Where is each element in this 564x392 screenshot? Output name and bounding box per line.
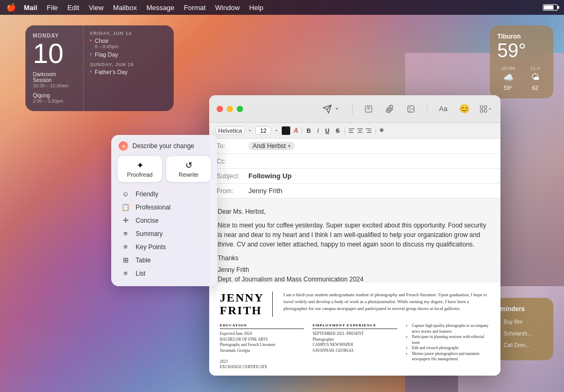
calendar-event-2-title: Qigong [33,93,76,98]
calendar-section-sunday-label: SUNDAY, JUN 16 [90,62,167,67]
resume-education-content: Expected June 2024 BACHELOR OF FINE ARTS… [220,331,304,370]
menubar-items: Mail File Edit View Mailbox Message Form… [24,4,263,12]
recipient-name: Andi Herbst [253,142,286,150]
resume-employment-col: EMPLOYMENT EXPERIENCE SEPTEMBER 2021–PRE… [312,323,397,370]
proofread-button[interactable]: ✦ Proofread [118,156,162,182]
svg-rect-7 [480,106,483,108]
ai-menu-concise[interactable]: ✛ Concise [118,214,211,227]
photo-button[interactable] [404,102,418,116]
more-format-btn[interactable]: ✱ [379,127,384,134]
strikethrough-btn[interactable]: S [334,127,341,134]
format-button[interactable] [361,102,376,116]
italic-color-btn[interactable]: A [293,127,298,134]
keypoints-label: Key Points [136,243,166,251]
resume-bullet-1: Capture high-quality photographs to acco… [412,323,490,334]
calendar-section-friday: FRIDAY, JUN 14 Choir 8 – 8:45pm Flag Day [90,31,167,58]
calendar-event-2: Qigong 2:00 – 3:30pm [33,93,76,104]
align-center-btn[interactable] [356,127,364,134]
font-size-select[interactable]: 12 [255,126,271,135]
menubar-format[interactable]: Format [184,4,205,12]
ai-menu-keypoints[interactable]: ≡ Key Points [118,240,211,253]
professional-label: Professional [136,204,171,211]
resume-section: JENNYFRITH I am a third-year student und… [209,283,500,376]
ai-menu-table[interactable]: ⊞ Table [118,253,211,267]
bold-btn[interactable]: B [305,127,312,134]
menubar-file[interactable]: File [47,4,58,12]
recipient-tag[interactable]: Andi Herbst ▾ [248,142,295,150]
calendar-widget: MONDAY 10 Darkroom Session 10:30 – 11:30… [25,25,174,111]
svg-rect-9 [484,110,487,112]
calendar-event-1-time: 10:30 – 11:30am [33,83,76,88]
resume-education-title: EDUCATION [220,323,304,329]
menubar-view[interactable]: View [89,4,104,12]
minimize-button[interactable] [227,106,233,112]
resume-bullets-list: Capture high-quality photographs to acco… [406,323,490,362]
list-label: List [136,270,146,277]
menubar-right [543,4,558,11]
alignment-buttons [348,127,372,134]
align-left-btn[interactable] [348,127,355,134]
font-button[interactable]: Aa [436,102,451,116]
emoji-button[interactable]: 😊 [457,102,472,116]
ai-icon: ✦ [119,141,128,151]
reminder-text-2: Scholarsh... [504,331,532,336]
weather-temp: 59° [497,40,546,61]
resume-bullet-4: Mentor junior photographers and maintain… [412,351,490,362]
send-button[interactable] [318,102,344,116]
fmt-sep-1 [301,127,302,134]
calendar-dot-2 [90,53,92,55]
ai-menu-friendly[interactable]: ☺ Friendly [118,187,211,200]
align-right-btn[interactable] [365,127,372,134]
menubar-window[interactable]: Window [215,4,239,12]
concise-icon: ✛ [121,216,130,224]
menubar-app-name[interactable]: Mail [24,4,37,12]
mail-signoff: Thanks [218,253,492,263]
calendar-right: FRIDAY, JUN 14 Choir 8 – 8:45pm Flag Day… [84,25,174,85]
mail-body[interactable]: Dear Ms. Herbst, Nice to meet you for co… [209,198,500,283]
close-button[interactable] [217,106,223,112]
underline-btn[interactable]: U [324,127,331,134]
font-select[interactable]: Helvetica [216,126,245,135]
resume-columns: EDUCATION Expected June 2024 BACHELOR OF… [220,323,490,370]
text-color-swatch[interactable] [282,126,290,135]
mail-sig-dept: Dept. of Journalism and Mass Communicati… [218,275,492,283]
format-bar: Helvetica 12 A B I U S ✱ [209,123,500,139]
to-field-row: To: Andi Herbst ▾ [209,139,500,154]
subject-value[interactable]: Following Up [248,172,493,180]
calendar-dot-3 [90,71,92,72]
menubar-help[interactable]: Help [249,4,264,12]
calendar-friday-flagday: Flag Day [90,51,167,58]
subject-label: Subject: [217,172,248,180]
summary-label: Summary [136,230,163,238]
calendar-event-1-title: Darkroom Session [33,71,76,83]
svg-point-6 [409,107,410,108]
cc-input[interactable] [248,157,493,165]
resume-employment-title: EMPLOYMENT EXPERIENCE [312,323,397,329]
summary-icon: ≡ [121,230,130,238]
calendar-choir-time: 8 – 8:45pm [95,44,119,49]
rewrite-button[interactable]: ↺ Rewrite [166,156,211,182]
calendar-day-number: 10 [33,40,76,67]
weather-forecast: 10 AM ☁️ 59° 11 A 🌤 62 [497,66,546,91]
calendar-section-sunday: SUNDAY, JUN 16 Father's Day [90,62,167,75]
fullscreen-button[interactable] [237,106,243,112]
resume-name: JENNYFRITH [220,291,273,317]
weather-city: Tiburon [497,33,546,40]
ai-menu-list[interactable]: ≡ List [118,267,211,280]
attach-button[interactable] [382,102,397,116]
menubar-mailbox[interactable]: Mailbox [113,4,137,12]
svg-rect-8 [484,106,487,108]
cc-label: Cc: [217,158,248,165]
ai-menu-list: ☺ Friendly 📋 Professional ✛ Concise ≡ Su… [118,187,211,280]
apple-menu-icon[interactable]: 🍎 [6,3,16,12]
list-icon: ≡ [121,269,130,277]
menubar-message[interactable]: Message [146,4,174,12]
ai-menu-summary[interactable]: ≡ Summary [118,227,211,240]
battery-icon [543,4,558,11]
italic-btn[interactable]: I [316,127,320,134]
resume-bullets-col: Capture high-quality photographs to acco… [406,323,490,370]
ai-menu-professional[interactable]: 📋 Professional [118,200,211,214]
photo-gallery-button[interactable] [478,102,493,116]
menubar-edit[interactable]: Edit [67,4,79,12]
resume-employment-content: SEPTEMBER 2021–PRESENT Photographer CAMP… [312,331,397,353]
